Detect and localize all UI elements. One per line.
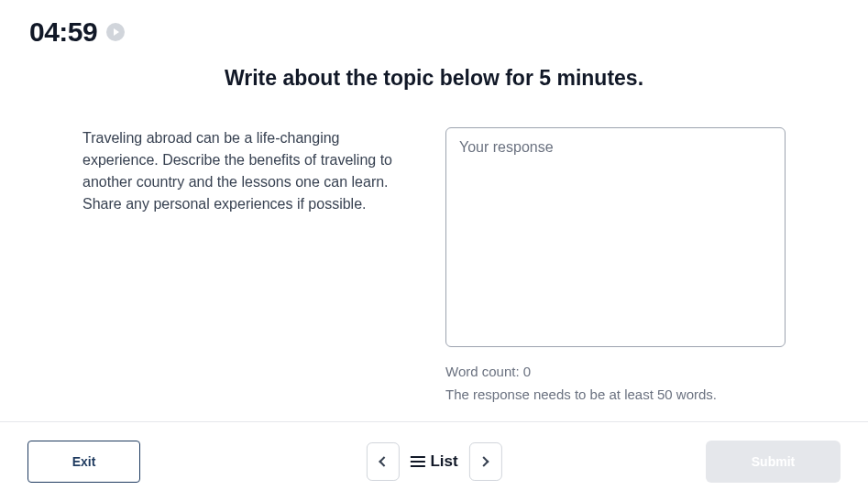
prompt-text: Traveling abroad can be a life-changing …	[82, 127, 401, 402]
list-label: List	[430, 452, 457, 471]
word-requirement-note: The response needs to be at least 50 wor…	[445, 387, 786, 402]
prev-button[interactable]	[366, 442, 399, 481]
exit-button[interactable]: Exit	[27, 441, 140, 483]
chevron-left-icon	[379, 456, 389, 466]
play-icon[interactable]	[106, 23, 125, 41]
chevron-right-icon	[478, 456, 489, 466]
timer-display: 04:59	[29, 16, 97, 48]
page-heading: Write about the topic below for 5 minute…	[0, 66, 868, 91]
footer-bar: Exit List Submit	[0, 421, 868, 490]
word-count: Word count: 0	[445, 364, 786, 379]
list-button[interactable]: List	[410, 452, 457, 471]
menu-icon	[410, 456, 424, 467]
submit-button[interactable]: Submit	[706, 441, 841, 483]
response-input[interactable]	[445, 127, 786, 347]
next-button[interactable]	[469, 442, 502, 481]
